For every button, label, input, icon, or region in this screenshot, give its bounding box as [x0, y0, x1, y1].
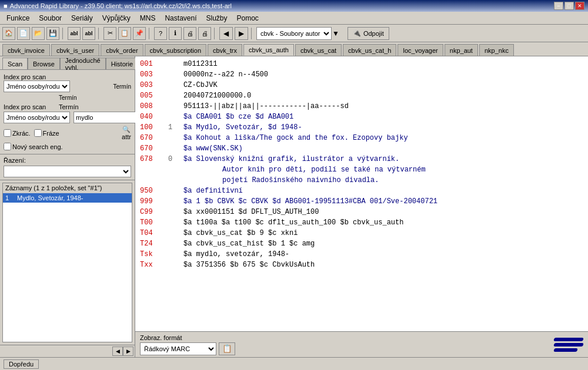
novy-checkbox[interactable] [4, 143, 11, 150]
marc-tag: 670 [140, 133, 163, 143]
menu-item-sluzby[interactable]: Služby [202, 13, 231, 23]
toolbar-open-button[interactable]: 📂 [32, 27, 45, 40]
search-tab-scan[interactable]: Scan [2, 58, 28, 69]
marc-content: $a 1 $b CBVK $c CBVK $d ABG001-19951113#… [183, 196, 437, 207]
close-button[interactable]: ✕ [575, 2, 584, 10]
marc-tag: 100 [140, 122, 163, 133]
marc-content: 00000nz--a22 n--4500 [183, 69, 268, 80]
results-header: Záznamy (1 z 1 položek, set "#1") [3, 183, 132, 193]
marc-ind [168, 69, 179, 80]
search-tab-jednoduche[interactable]: Jednoduché vyhl. [60, 58, 106, 69]
abl2-icon: abl [85, 31, 92, 36]
doc-tab-cbvk_is_user[interactable]: cbvk_is_user [51, 44, 99, 56]
marc-ind [168, 238, 179, 249]
toolbar-new-button[interactable]: 📄 [17, 27, 30, 40]
marc-tag: 670 [140, 143, 163, 154]
marc-ind [168, 196, 179, 207]
toolbar-cut-button[interactable]: ✂ [103, 27, 116, 40]
doc-tab-cbvk_order[interactable]: cbvk_order [101, 44, 143, 56]
doc-tab-cbvk_us_cat[interactable]: cbvk_us_cat [295, 44, 342, 56]
toolbar-forward-button[interactable]: ▶ [235, 27, 248, 40]
marc-content: $a CBA001 $b cze $d ABA001 [183, 112, 293, 122]
marc-content: CZ-CbJVK [183, 80, 218, 90]
menu-item-nastaveni[interactable]: Nastavení [161, 13, 201, 23]
doc-tab-cbvk_trx[interactable]: cbvk_trx [208, 44, 242, 56]
abl-icon: abl [70, 31, 78, 36]
minimize-button[interactable]: − [554, 2, 563, 10]
db-selector[interactable]: cbvk - Soubory autor [256, 27, 332, 40]
toolbar-print2-button[interactable]: 🖨 [198, 27, 211, 40]
format-copy-button[interactable]: 📋 [219, 342, 235, 355]
sort-label: Řazení: [4, 157, 131, 164]
toolbar-abl-button[interactable]: abl [68, 27, 81, 40]
toolbar-info-button[interactable]: ℹ [169, 27, 182, 40]
menu-item-vypujcky[interactable]: Výpůjčky [98, 13, 135, 23]
marc-content: 951113-||abz||aa||-----------|aa-----sd [183, 101, 349, 112]
maximize-button[interactable]: □ [564, 2, 574, 10]
copy-icon: 📋 [121, 29, 129, 37]
toolbar-abl2-button[interactable]: abl [82, 27, 95, 40]
menubar: FunkceSouborSeriályVýpůjčkyMNSNastaveníS… [0, 12, 588, 25]
print2-icon: 🖨 [202, 30, 208, 37]
menu-item-pomoc[interactable]: Pomoc [233, 13, 263, 23]
index-select[interactable]: Jméno osoby/rodu [4, 80, 70, 92]
fraze-check[interactable]: Fráze [34, 129, 59, 137]
sort-select[interactable] [4, 166, 131, 177]
fraze-checkbox[interactable] [34, 129, 42, 137]
marc-ind [168, 112, 179, 122]
doc-tab-nkp_aut[interactable]: nkp_aut [445, 44, 478, 56]
doc-tab-cbvk_invoice[interactable]: cbvk_invoice [2, 44, 50, 56]
result-num: 1 [5, 194, 15, 201]
toolbar-back-button[interactable]: ◀ [219, 27, 233, 40]
novy-check[interactable]: Nový search eng. [4, 143, 131, 150]
toolbar-sep-3 [149, 28, 151, 39]
forward-button[interactable]: Dopředu [4, 359, 39, 369]
toolbar-sep-4 [214, 28, 216, 39]
doc-tab-nkp_nkc[interactable]: nkp_nkc [479, 44, 514, 56]
index-select-main[interactable]: Jméno osoby/rodu [4, 112, 70, 123]
marc-content: $a mydlo, svetozár, 1948- [183, 249, 289, 260]
left-nav-next[interactable]: ▶ [123, 347, 133, 356]
marc-row: 00520040721000000.0 [140, 90, 583, 101]
toolbar-home-button[interactable]: 🏠 [2, 27, 15, 40]
menu-item-funkce[interactable]: Funkce [2, 13, 34, 23]
format-select[interactable]: Řádkový MARC MARC21 UNIMARC [140, 342, 216, 355]
marc-row: 1001 $a Mydlo, Svetozár, $d 1948- [140, 122, 583, 133]
toolbar-print-button[interactable]: 🖨 [183, 27, 196, 40]
logo-line-2 [553, 343, 584, 347]
doc-tab-cbvk_subscription[interactable]: cbvk_subscription [145, 44, 206, 56]
marc-tag: T24 [140, 238, 163, 249]
result-text: Mydlo, Svetozár, 1948- [17, 194, 83, 201]
marc-content: m0112311 [183, 59, 218, 69]
menu-item-serialy[interactable]: Seriály [67, 13, 97, 23]
attr-icon: 🔍 [122, 126, 131, 133]
zkrac-check[interactable]: Zkrác. [4, 129, 31, 137]
toolbar-sep-5 [251, 28, 253, 39]
format-bar: Zobraz. formát Řádkový MARC MARC21 UNIMA… [135, 331, 588, 357]
search-tab-historie[interactable]: Historie [106, 58, 138, 69]
doc-tab-loc_voyager[interactable]: loc_voyager [397, 44, 443, 56]
attr-button[interactable]: 🔍 attr [122, 126, 131, 140]
left-nav-prev[interactable]: ◀ [112, 347, 123, 356]
marc-row: 001m0112311 [140, 59, 583, 69]
toolbar-save-button[interactable]: 💾 [46, 27, 59, 40]
marc-ind [168, 207, 179, 217]
sort-area: Řazení: [0, 154, 135, 180]
marc-content: $a cbvk_us_cat_hist $b 1 $c amg [183, 238, 315, 249]
marc-tag: C99 [140, 207, 163, 217]
doc-tab-cbvk_us_cat_h[interactable]: cbvk_us_cat_h [343, 44, 396, 56]
disconnect-button[interactable]: 🔌 Odpojit [348, 27, 389, 40]
menu-item-soubor[interactable]: Soubor [35, 13, 66, 23]
new-doc-icon: 📄 [19, 29, 28, 37]
marc-tag: T04 [140, 228, 163, 238]
search-tab-browse[interactable]: Browse [28, 58, 60, 69]
result-item[interactable]: 1 Mydlo, Svetozár, 1948- [3, 193, 132, 203]
zkrac-checkbox[interactable] [4, 129, 11, 137]
marc-content: $a Slovenský knižní grafik, ilustrátor a… [183, 154, 426, 186]
toolbar-help-button[interactable]: ? [154, 27, 167, 40]
main-content: ScanBrowseJednoduché vyhl.HistorieKošík … [0, 56, 588, 357]
toolbar-copy-button[interactable]: 📋 [118, 27, 131, 40]
toolbar-paste-button[interactable]: 📌 [133, 27, 146, 40]
doc-tab-cbvk_us_auth[interactable]: cbvk_us_auth [243, 44, 294, 56]
menu-item-mns[interactable]: MNS [136, 13, 160, 23]
